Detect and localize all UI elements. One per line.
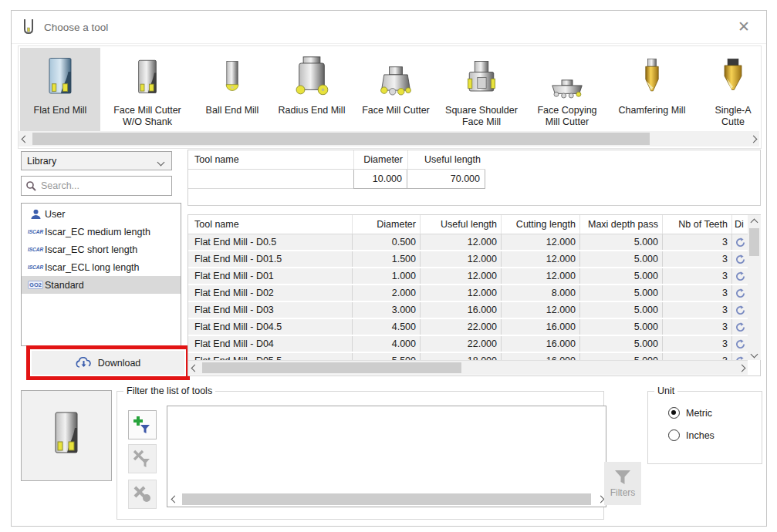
search-input[interactable]: Search...: [21, 176, 172, 196]
column-header-maxi-depth-pass[interactable]: Maxi depth pass: [580, 215, 663, 234]
tool-type-label: Face CopyingMill Cutter: [537, 105, 596, 128]
tool-type-face-mill-cutter[interactable]: Face Mill Cutter: [353, 48, 438, 131]
radio-inches[interactable]: [668, 429, 680, 441]
library-item-iscar-ecl-long-length[interactable]: ISCARIscar_ECL long length: [22, 258, 181, 276]
table-row-flat-end-mill-d04[interactable]: Flat End Mill - D044.00022.00016.0005.00…: [188, 336, 748, 352]
cell: 5.000: [580, 285, 663, 301]
unit-option-metric[interactable]: Metric: [668, 407, 762, 419]
cell: 1.500: [353, 251, 421, 267]
column-header-di[interactable]: Di: [732, 215, 748, 234]
scrollbar-thumb[interactable]: [32, 133, 650, 145]
column-header-nb-of-teeth[interactable]: Nb of Teeth: [663, 215, 732, 234]
table-row-flat-end-mill-d03[interactable]: Flat End Mill - D033.00016.00012.0005.00…: [188, 302, 748, 318]
cell: 3: [663, 302, 732, 318]
scroll-down-icon[interactable]: [748, 348, 760, 360]
cell: Flat End Mill - D01.5: [188, 251, 353, 267]
add-filter-button[interactable]: [128, 410, 157, 439]
dialog-title: Choose a tool: [44, 22, 108, 33]
selected-tool-header-row: Tool name Diameter Useful length: [188, 150, 760, 170]
rotation-direction-icon: [732, 234, 748, 250]
scroll-up-icon[interactable]: [748, 215, 760, 227]
scrollbar-thumb[interactable]: [749, 228, 759, 256]
library-item-iscar-ec-short-length[interactable]: ISCARIscar_EC short length: [22, 241, 181, 258]
filter-list-horizontal-scrollbar[interactable]: [168, 493, 605, 506]
cell: 12.000: [502, 251, 580, 267]
tool-strip-scrollbar[interactable]: [19, 131, 759, 146]
tool-table-horizontal-scrollbar[interactable]: [188, 360, 748, 375]
scroll-left-icon[interactable]: [168, 493, 181, 505]
column-header-diameter[interactable]: Diameter: [353, 215, 421, 234]
table-row-flat-end-mill-d01[interactable]: Flat End Mill - D011.00012.00012.0005.00…: [188, 268, 748, 284]
cell: 5.000: [580, 268, 663, 284]
table-row-flat-end-mill-d05-5[interactable]: Flat End Mill - D05.55.50018.00016.0005.…: [188, 353, 748, 360]
table-row-flat-end-mill-d04-5[interactable]: Flat End Mill - D04.54.50022.00016.0005.…: [188, 319, 748, 335]
tool-preview-image: [42, 405, 91, 466]
selected-tool-table: Tool name Diameter Useful length 10.000 …: [187, 150, 761, 206]
useful-length-value[interactable]: 70.000: [407, 170, 485, 189]
tool-type-ball-end-mill[interactable]: Ball End Mill: [194, 48, 270, 131]
cell: Flat End Mill - D04.5: [188, 319, 353, 335]
tool-type-label: Flat End Mill: [34, 105, 87, 116]
tool-type-radius-end-mill[interactable]: Radius End Mill: [270, 48, 353, 131]
column-header: Diameter: [353, 150, 407, 170]
ball-end-mill-icon: [215, 52, 250, 102]
unit-option-inches[interactable]: Inches: [668, 429, 762, 441]
library-item-standard[interactable]: GO2Standard: [22, 276, 181, 294]
cell: 5.500: [353, 353, 421, 360]
cell: 12.000: [421, 234, 502, 250]
library-item-label: Iscar_EC medium length: [45, 227, 150, 237]
scroll-left-icon[interactable]: [188, 362, 201, 374]
tool-type-label: Single-ACutte: [715, 105, 751, 128]
library-item-label: Iscar_ECL long length: [45, 262, 140, 273]
filters-button: Filters: [604, 462, 641, 505]
iscar-logo-icon: ISCAR: [26, 264, 45, 270]
rotation-direction-icon: [732, 336, 748, 352]
filters-button-label: Filters: [610, 487, 636, 498]
tool-table-vertical-scrollbar[interactable]: [748, 215, 761, 360]
library-dropdown[interactable]: Library: [21, 151, 172, 170]
cell: Flat End Mill - D03: [188, 302, 353, 318]
library-item-label: Standard: [45, 280, 84, 291]
cell: 5.000: [580, 302, 663, 318]
rotation-direction-icon: [732, 302, 748, 318]
tool-name-value[interactable]: [188, 170, 353, 189]
tool-type-chamfering-mill[interactable]: Chamfering Mill: [610, 48, 694, 131]
tool-type-label: Radius End Mill: [279, 105, 346, 116]
cell: Flat End Mill - D01: [188, 268, 353, 284]
column-header-cutting-length[interactable]: Cutting length: [502, 215, 580, 234]
face-mill-wo-shank-icon: [127, 52, 167, 102]
tool-type-single-a-cutte[interactable]: Single-ACutte: [694, 48, 761, 131]
close-icon[interactable]: ✕: [735, 19, 752, 35]
cell: 16.000: [502, 336, 580, 352]
table-row-flat-end-mill-d0-5[interactable]: Flat End Mill - D0.50.50012.00012.0005.0…: [188, 234, 748, 250]
cell: 12.000: [502, 302, 580, 318]
column-header-tool-name[interactable]: Tool name: [188, 215, 353, 234]
tool-type-label: Square ShoulderFace Mill: [445, 105, 518, 128]
scroll-right-icon[interactable]: [747, 133, 759, 145]
scroll-left-icon[interactable]: [19, 133, 31, 145]
filter-list[interactable]: [167, 406, 606, 507]
chamfering-mill-icon: [635, 52, 669, 102]
filter-groupbox-legend: Filter the list of tools: [123, 386, 215, 396]
scrollbar-thumb[interactable]: [182, 493, 591, 505]
tool-table-rows: Flat End Mill - D0.50.50012.00012.0005.0…: [188, 234, 748, 360]
tool-type-face-mill-cutter-w-o-shank[interactable]: Face Mill CutterW/O Shank: [100, 48, 194, 131]
tool-type-label: Chamfering Mill: [619, 105, 686, 116]
tool-type-square-shoulder-face-mill[interactable]: Square ShoulderFace Mill: [438, 48, 525, 131]
go2-logo-icon: GO2: [26, 281, 45, 289]
scrollbar-thumb[interactable]: [202, 362, 461, 373]
tool-preview: [21, 390, 112, 481]
column-header: Tool name: [188, 150, 353, 170]
tool-type-face-copying-mill-cutter[interactable]: Face CopyingMill Cutter: [525, 48, 610, 131]
library-item-user[interactable]: User: [22, 205, 181, 223]
scroll-right-icon[interactable]: [735, 362, 748, 374]
column-header-useful-length[interactable]: Useful length: [421, 215, 502, 234]
diameter-value[interactable]: 10.000: [353, 170, 407, 189]
rotation-direction-icon: [732, 268, 748, 284]
table-row-flat-end-mill-d01-5[interactable]: Flat End Mill - D01.51.50012.00012.0005.…: [188, 251, 748, 267]
library-item-iscar-ec-medium-length[interactable]: ISCARIscar_EC medium length: [22, 223, 181, 241]
tool-table-header: Tool nameDiameterUseful lengthCutting le…: [188, 215, 760, 234]
radio-metric[interactable]: [668, 407, 680, 419]
tool-type-flat-end-mill[interactable]: Flat End Mill: [20, 48, 100, 131]
table-row-flat-end-mill-d02[interactable]: Flat End Mill - D022.00012.0008.0005.000…: [188, 285, 748, 301]
